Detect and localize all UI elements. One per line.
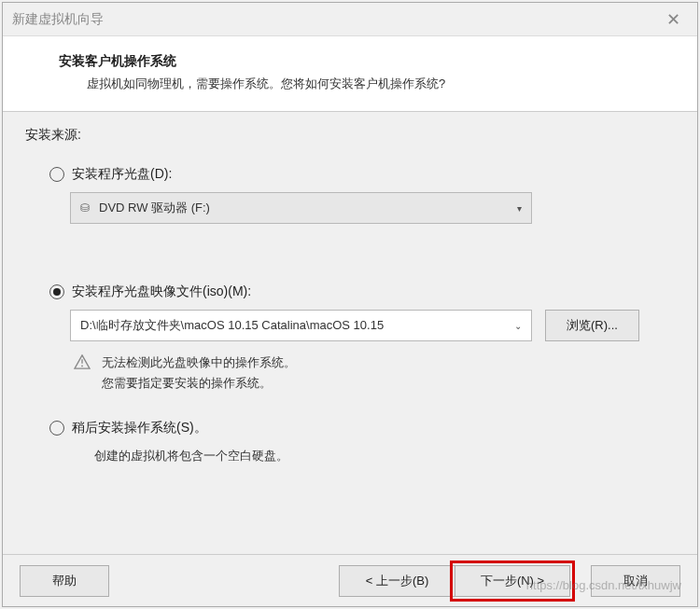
window-title: 新建虚拟机向导 xyxy=(12,11,104,28)
svg-point-2 xyxy=(81,366,83,367)
chevron-down-icon: ⌄ xyxy=(514,321,522,331)
iso-path-row: D:\临时存放文件夹\macOS 10.15 Catalina\macOS 10… xyxy=(70,310,675,341)
warning-text: 无法检测此光盘映像中的操作系统。 您需要指定要安装的操作系统。 xyxy=(102,353,296,394)
radio-icon xyxy=(49,167,64,182)
warning-icon xyxy=(74,354,91,369)
radio-icon xyxy=(49,421,64,436)
close-icon[interactable]: ✕ xyxy=(659,6,688,34)
iso-path-value: D:\临时存放文件夹\macOS 10.15 Catalina\macOS 10… xyxy=(80,317,384,334)
radio-label-disc: 安装程序光盘(D): xyxy=(72,166,172,183)
later-description: 创建的虚拟机将包含一个空白硬盘。 xyxy=(94,448,675,464)
warning-line2: 您需要指定要安装的操作系统。 xyxy=(102,373,296,394)
radio-icon xyxy=(49,284,64,299)
chevron-down-icon: ▾ xyxy=(517,203,522,214)
header-section: 安装客户机操作系统 虚拟机如同物理机，需要操作系统。您将如何安装客户机操作系统? xyxy=(3,36,697,112)
next-button[interactable]: 下一步(N) > xyxy=(455,565,570,597)
radio-option-iso[interactable]: 安装程序光盘映像文件(iso)(M): xyxy=(49,284,675,300)
iso-path-select[interactable]: D:\临时存放文件夹\macOS 10.15 Catalina\macOS 10… xyxy=(70,310,532,341)
content-area: 安装来源: 安装程序光盘(D): ⛁ DVD RW 驱动器 (F:) ▾ 安装程… xyxy=(3,112,697,554)
titlebar: 新建虚拟机向导 ✕ xyxy=(3,3,697,36)
wizard-window: 新建虚拟机向导 ✕ 安装客户机操作系统 虚拟机如同物理机，需要操作系统。您将如何… xyxy=(2,2,698,607)
source-label: 安装来源: xyxy=(25,127,675,144)
disc-icon: ⛁ xyxy=(80,201,90,215)
radio-option-disc[interactable]: 安装程序光盘(D): xyxy=(49,166,675,183)
browse-button[interactable]: 浏览(R)... xyxy=(545,310,639,341)
warning-line1: 无法检测此光盘映像中的操作系统。 xyxy=(102,353,296,373)
page-subtitle: 虚拟机如同物理机，需要操作系统。您将如何安装客户机操作系统? xyxy=(87,76,675,92)
radio-label-later: 稍后安装操作系统(S)。 xyxy=(72,420,207,436)
disc-drive-value: DVD RW 驱动器 (F:) xyxy=(99,200,210,216)
iso-warning: 无法检测此光盘映像中的操作系统。 您需要指定要安装的操作系统。 xyxy=(74,353,675,394)
disc-dropdown-row: ⛁ DVD RW 驱动器 (F:) ▾ xyxy=(70,192,675,224)
back-button[interactable]: < 上一步(B) xyxy=(339,565,455,597)
cancel-button[interactable]: 取消 xyxy=(591,565,680,597)
radio-group: 安装程序光盘(D): ⛁ DVD RW 驱动器 (F:) ▾ 安装程序光盘映像文… xyxy=(49,166,675,464)
radio-label-iso: 安装程序光盘映像文件(iso)(M): xyxy=(72,284,251,300)
button-bar: 帮助 < 上一步(B) 下一步(N) > 取消 xyxy=(3,554,697,606)
page-title: 安装客户机操作系统 xyxy=(59,53,675,70)
disc-drive-select[interactable]: ⛁ DVD RW 驱动器 (F:) ▾ xyxy=(70,192,532,224)
help-button[interactable]: 帮助 xyxy=(20,565,109,597)
radio-option-later[interactable]: 稍后安装操作系统(S)。 xyxy=(49,420,675,436)
